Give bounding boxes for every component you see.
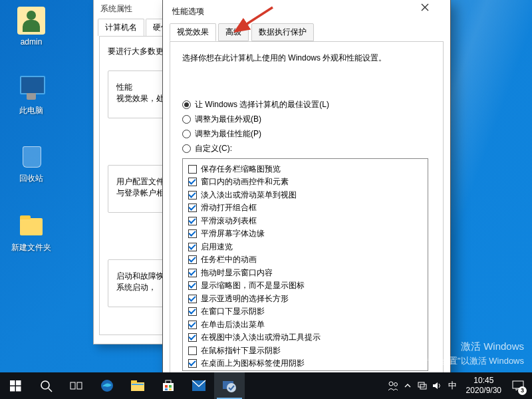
checkbox-icon	[188, 281, 197, 290]
option-row[interactable]: 滑动打开组合框	[188, 202, 422, 213]
taskbar-edge[interactable]	[92, 372, 122, 399]
tray-volume[interactable]	[430, 372, 444, 399]
group-title: 性能	[116, 82, 132, 92]
option-row[interactable]: 在窗口下显示阴影	[188, 306, 422, 317]
option-row[interactable]: 在桌面上为图标标签使用阴影	[188, 358, 422, 369]
svg-rect-4	[16, 386, 21, 392]
search-button[interactable]	[31, 372, 61, 399]
checkbox-icon	[188, 295, 197, 303]
option-row[interactable]: 淡入淡出或滑动菜单到视图	[188, 190, 422, 201]
tab-visual-effects[interactable]: 视觉效果	[170, 23, 216, 41]
option-label: 显示缩略图，而不是显示图标	[201, 280, 305, 291]
checkbox-icon	[188, 229, 197, 238]
folder-icon	[130, 380, 145, 392]
option-row[interactable]: 在鼠标指针下显示阴影	[188, 345, 422, 356]
option-row[interactable]: 启用速览	[188, 241, 422, 253]
tray-network[interactable]	[416, 372, 429, 399]
group-title: 用户配置文件	[116, 177, 164, 186]
taskbar-file-explorer[interactable]	[122, 372, 153, 399]
tab-advanced[interactable]: 高级	[218, 23, 249, 41]
store-icon	[162, 379, 175, 392]
taskbar-store[interactable]	[153, 372, 184, 399]
checkbox-icon	[188, 243, 197, 251]
taskbar-clock[interactable]: 10:45 2020/9/30	[462, 376, 505, 396]
tab-dep[interactable]: 数据执行保护	[251, 23, 314, 41]
svg-rect-7	[70, 382, 75, 389]
svg-rect-10	[131, 382, 144, 391]
tray-ime[interactable]: 中	[445, 372, 461, 399]
option-label: 窗口内的动画控件和元素	[201, 176, 289, 188]
checkbox-icon	[188, 269, 197, 277]
option-label: 在鼠标指针下显示阴影	[201, 345, 281, 356]
windows-logo-icon	[10, 380, 21, 392]
close-button[interactable]	[421, 3, 445, 19]
option-row[interactable]: 显示缩略图，而不是显示图标	[188, 280, 422, 291]
option-label: 淡入淡出或滑动菜单到视图	[201, 190, 297, 201]
mail-icon	[192, 380, 206, 392]
folder-icon	[17, 211, 45, 239]
option-row[interactable]: 在单击后淡出菜单	[188, 319, 422, 331]
taskbar-active-app[interactable]	[214, 372, 245, 399]
radio-label: 自定义(C):	[195, 143, 232, 154]
option-row[interactable]: 在视图中淡入淡出或滑动工具提示	[188, 332, 422, 343]
option-row[interactable]: 窗口内的动画控件和元素	[188, 176, 422, 188]
radio-icon	[182, 144, 191, 153]
watermark-line2: 转到"设置"以激活 Windows	[420, 354, 524, 368]
option-row[interactable]: 显示亚透明的选择长方形	[188, 293, 422, 305]
svg-rect-18	[169, 388, 172, 390]
performance-options-window[interactable]: 性能选项 视觉效果 高级 数据执行保护 选择你想在此计算机上使用的 Window…	[162, 0, 451, 399]
option-label: 在单击后淡出菜单	[201, 319, 265, 331]
desktop-icon-label: 新建文件夹	[7, 242, 56, 253]
checkbox-icon	[188, 321, 197, 329]
perf-tabs: 视觉效果 高级 数据执行保护	[163, 23, 450, 41]
option-label: 在窗口下显示阴影	[201, 306, 265, 317]
option-label: 启用速览	[201, 241, 233, 253]
checkbox-icon	[188, 165, 197, 174]
clock-time: 10:45	[466, 376, 501, 386]
radio-label: 让 Windows 选择计算机的最佳设置(L)	[195, 99, 329, 110]
checkbox-icon	[188, 217, 197, 225]
tab-computer-name[interactable]: 计算机名	[98, 19, 144, 36]
svg-rect-1	[10, 380, 15, 386]
radio-let-windows-choose[interactable]: 让 Windows 选择计算机的最佳设置(L)	[182, 99, 431, 110]
option-row[interactable]: 保存任务栏缩略图预览	[188, 164, 422, 175]
tray-chevron-up[interactable]	[401, 372, 414, 399]
option-row[interactable]: 平滑屏幕字体边缘	[188, 228, 422, 239]
start-button[interactable]	[0, 372, 31, 399]
desktop-icon-user[interactable]: admin	[7, 7, 56, 47]
svg-rect-12	[132, 384, 144, 385]
perf-description: 选择你想在此计算机上使用的 Windows 外观和性能设置。	[182, 53, 431, 64]
radio-label: 调整为最佳外观(B)	[195, 114, 261, 125]
svg-rect-2	[16, 380, 21, 386]
option-row[interactable]: 任务栏中的动画	[188, 254, 422, 265]
radio-best-performance[interactable]: 调整为最佳性能(P)	[182, 128, 431, 140]
desktop-icon-label: 此电脑	[7, 105, 56, 116]
desktop-icon-this-pc[interactable]: 此电脑	[7, 74, 56, 116]
desktop-icon-label: 回收站	[7, 173, 56, 184]
activation-watermark: 激活 Windows 转到"设置"以激活 Windows	[420, 339, 524, 367]
option-label: 滑动打开组合框	[201, 202, 257, 213]
visual-effects-listbox[interactable]: 保存任务栏缩略图预览窗口内的动画控件和元素淡入淡出或滑动菜单到视图滑动打开组合框…	[182, 158, 428, 371]
desktop-icon-recycle-bin[interactable]: 回收站	[7, 142, 56, 184]
option-row[interactable]: 平滑滚动列表框	[188, 215, 422, 227]
sysprops-app-icon	[221, 378, 237, 393]
checkbox-icon	[188, 203, 197, 212]
tray-people[interactable]	[386, 372, 400, 399]
radio-custom[interactable]: 自定义(C):	[182, 143, 431, 154]
notification-badge: 3	[518, 386, 527, 395]
action-center-button[interactable]: 3	[507, 372, 529, 399]
edge-icon	[100, 378, 114, 393]
option-row[interactable]: 拖动时显示窗口内容	[188, 267, 422, 279]
task-view-icon	[70, 380, 83, 391]
desktop-icon-new-folder[interactable]: 新建文件夹	[7, 211, 56, 253]
desktop-icon-label: admin	[7, 37, 56, 47]
svg-line-6	[49, 388, 52, 392]
radio-best-appearance[interactable]: 调整为最佳外观(B)	[182, 114, 431, 125]
radio-label: 调整为最佳性能(P)	[195, 128, 261, 140]
svg-rect-16	[169, 385, 172, 388]
taskbar-mail[interactable]	[184, 372, 214, 399]
radio-icon	[182, 115, 191, 124]
option-label: 在视图中淡入淡出或滑动工具提示	[201, 332, 321, 343]
task-view-button[interactable]	[61, 372, 92, 399]
svg-point-22	[389, 382, 393, 386]
